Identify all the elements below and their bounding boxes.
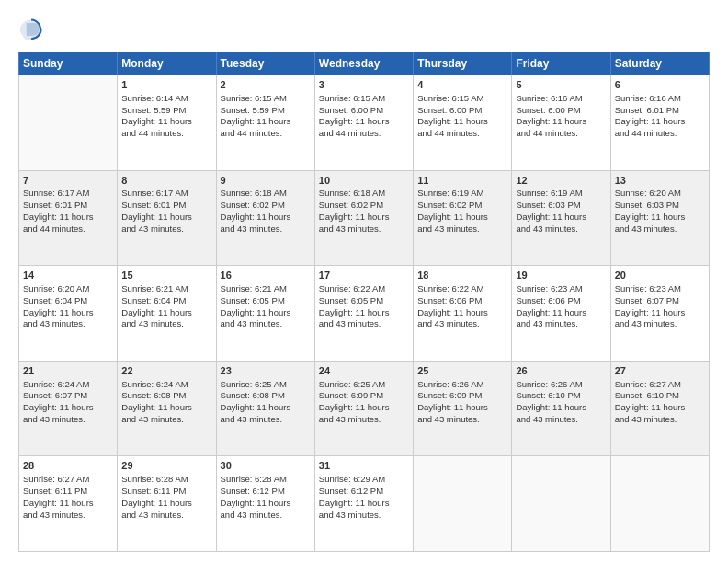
- day-info: and 43 minutes.: [319, 318, 409, 330]
- day-info: Sunset: 6:01 PM: [121, 200, 211, 212]
- day-info: and 44 minutes.: [516, 128, 606, 140]
- day-info: Daylight: 11 hours: [319, 402, 409, 414]
- calendar-cell: 9Sunrise: 6:18 AMSunset: 6:02 PMDaylight…: [216, 170, 314, 266]
- day-info: Sunrise: 6:21 AM: [121, 283, 211, 295]
- day-info: Sunset: 6:02 PM: [319, 200, 409, 212]
- calendar-cell: 22Sunrise: 6:24 AMSunset: 6:08 PMDayligh…: [118, 361, 216, 456]
- day-info: Sunrise: 6:23 AM: [516, 283, 606, 295]
- day-info: Sunrise: 6:28 AM: [121, 474, 211, 486]
- calendar-cell: 29Sunrise: 6:28 AMSunset: 6:11 PMDayligh…: [118, 456, 216, 552]
- day-info: and 43 minutes.: [417, 224, 507, 236]
- day-info: Daylight: 11 hours: [23, 402, 113, 414]
- day-info: Daylight: 11 hours: [121, 402, 211, 414]
- day-info: Sunrise: 6:24 AM: [23, 379, 113, 391]
- day-info: Sunset: 6:10 PM: [516, 390, 606, 402]
- day-info: Daylight: 11 hours: [417, 307, 507, 319]
- day-info: Sunset: 6:00 PM: [516, 105, 606, 117]
- day-info: Sunrise: 6:14 AM: [121, 93, 211, 105]
- calendar-week-row: 14Sunrise: 6:20 AMSunset: 6:04 PMDayligh…: [19, 266, 710, 362]
- weekday-header-row: SundayMondayTuesdayWednesdayThursdayFrid…: [19, 52, 710, 75]
- day-info: and 43 minutes.: [516, 224, 606, 236]
- day-info: Sunset: 6:00 PM: [417, 105, 507, 117]
- day-number: 13: [615, 174, 705, 188]
- day-info: and 43 minutes.: [615, 414, 705, 426]
- day-info: and 43 minutes.: [319, 414, 409, 426]
- calendar-cell: 12Sunrise: 6:19 AMSunset: 6:03 PMDayligh…: [512, 170, 610, 266]
- day-info: Sunset: 5:59 PM: [221, 105, 311, 117]
- day-info: Sunset: 6:08 PM: [221, 390, 311, 402]
- day-info: Sunrise: 6:27 AM: [23, 474, 113, 486]
- day-number: 20: [615, 269, 705, 282]
- day-number: 15: [121, 269, 211, 282]
- calendar-cell: 5Sunrise: 6:16 AMSunset: 6:00 PMDaylight…: [512, 75, 610, 171]
- day-info: Daylight: 11 hours: [615, 116, 705, 128]
- day-number: 1: [121, 78, 211, 92]
- calendar-week-row: 1Sunrise: 6:14 AMSunset: 5:59 PMDaylight…: [19, 75, 710, 171]
- day-info: Daylight: 11 hours: [221, 402, 311, 414]
- day-info: Sunset: 6:05 PM: [319, 295, 409, 307]
- calendar-cell: 25Sunrise: 6:26 AMSunset: 6:09 PMDayligh…: [414, 361, 512, 456]
- day-info: Daylight: 11 hours: [23, 212, 113, 224]
- day-info: Sunset: 6:08 PM: [121, 390, 211, 402]
- day-info: Sunrise: 6:26 AM: [417, 379, 507, 391]
- day-info: Daylight: 11 hours: [221, 498, 311, 510]
- day-number: 26: [516, 364, 606, 378]
- day-info: Sunset: 6:09 PM: [319, 390, 409, 402]
- day-info: Sunset: 5:59 PM: [121, 105, 211, 117]
- day-number: 19: [516, 269, 606, 282]
- day-info: Daylight: 11 hours: [516, 212, 606, 224]
- day-number: 5: [516, 78, 606, 92]
- calendar-week-row: 28Sunrise: 6:27 AMSunset: 6:11 PMDayligh…: [19, 456, 710, 552]
- day-number: 18: [417, 269, 507, 282]
- weekday-header: Monday: [118, 52, 216, 75]
- weekday-header: Wednesday: [314, 52, 413, 75]
- day-info: Sunrise: 6:18 AM: [221, 188, 311, 200]
- day-info: and 43 minutes.: [221, 414, 311, 426]
- day-info: and 43 minutes.: [121, 510, 211, 522]
- calendar-cell: 18Sunrise: 6:22 AMSunset: 6:06 PMDayligh…: [414, 266, 512, 362]
- day-info: Sunrise: 6:20 AM: [23, 283, 113, 295]
- day-info: and 43 minutes.: [23, 318, 113, 330]
- calendar-cell: 20Sunrise: 6:23 AMSunset: 6:07 PMDayligh…: [610, 266, 709, 362]
- day-number: 24: [319, 364, 409, 378]
- calendar-cell: 2Sunrise: 6:15 AMSunset: 5:59 PMDaylight…: [216, 75, 314, 171]
- day-info: Sunrise: 6:15 AM: [417, 93, 507, 105]
- day-info: Sunrise: 6:19 AM: [516, 188, 606, 200]
- calendar: SundayMondayTuesdayWednesdayThursdayFrid…: [18, 52, 710, 552]
- day-info: Daylight: 11 hours: [319, 498, 409, 510]
- calendar-cell: 8Sunrise: 6:17 AMSunset: 6:01 PMDaylight…: [118, 170, 216, 266]
- day-info: Sunset: 6:02 PM: [221, 200, 311, 212]
- calendar-cell: 26Sunrise: 6:26 AMSunset: 6:10 PMDayligh…: [512, 361, 610, 456]
- logo: [18, 17, 48, 42]
- day-info: Sunrise: 6:19 AM: [417, 188, 507, 200]
- weekday-header: Tuesday: [216, 52, 314, 75]
- day-number: 28: [23, 459, 113, 473]
- day-info: Daylight: 11 hours: [319, 212, 409, 224]
- day-info: Sunset: 6:04 PM: [23, 295, 113, 307]
- calendar-cell: 28Sunrise: 6:27 AMSunset: 6:11 PMDayligh…: [19, 456, 118, 552]
- day-info: Daylight: 11 hours: [221, 307, 311, 319]
- day-info: Sunrise: 6:25 AM: [319, 379, 409, 391]
- day-number: 7: [23, 174, 113, 188]
- day-number: 27: [615, 364, 705, 378]
- calendar-cell: 7Sunrise: 6:17 AMSunset: 6:01 PMDaylight…: [19, 170, 118, 266]
- day-info: Sunset: 6:06 PM: [417, 295, 507, 307]
- day-info: and 43 minutes.: [121, 318, 211, 330]
- calendar-cell: [19, 75, 118, 171]
- logo-icon: [18, 17, 44, 42]
- day-info: Sunrise: 6:17 AM: [121, 188, 211, 200]
- day-info: Daylight: 11 hours: [417, 402, 507, 414]
- day-number: 8: [121, 174, 211, 188]
- day-info: Sunset: 6:05 PM: [221, 295, 311, 307]
- day-info: and 43 minutes.: [319, 224, 409, 236]
- day-info: and 43 minutes.: [121, 224, 211, 236]
- day-info: Sunrise: 6:18 AM: [319, 188, 409, 200]
- day-info: and 44 minutes.: [319, 128, 409, 140]
- day-info: Daylight: 11 hours: [121, 307, 211, 319]
- day-info: and 44 minutes.: [417, 128, 507, 140]
- day-info: Daylight: 11 hours: [615, 402, 705, 414]
- calendar-cell: 17Sunrise: 6:22 AMSunset: 6:05 PMDayligh…: [314, 266, 413, 362]
- day-info: Sunrise: 6:22 AM: [417, 283, 507, 295]
- page: SundayMondayTuesdayWednesdayThursdayFrid…: [0, 0, 728, 563]
- day-info: Sunrise: 6:15 AM: [221, 93, 311, 105]
